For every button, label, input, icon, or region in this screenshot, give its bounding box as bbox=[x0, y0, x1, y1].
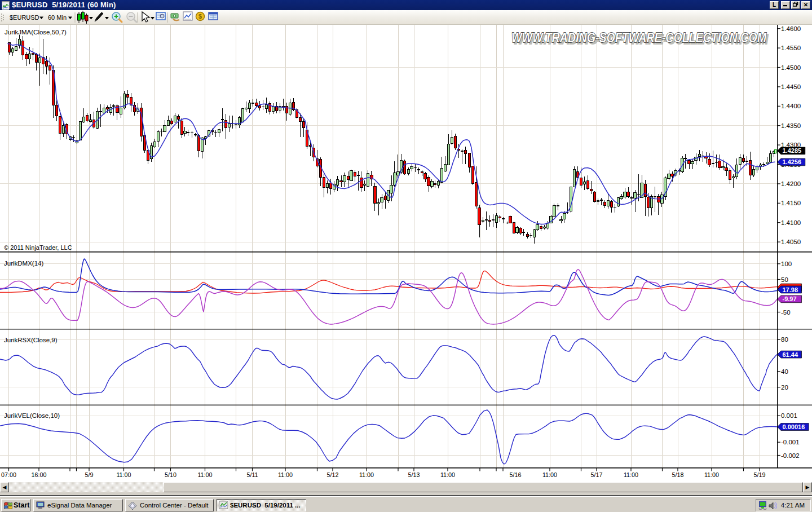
svg-text:61.44: 61.44 bbox=[783, 351, 798, 358]
svg-text:JurikJMA(Close,50,7): JurikJMA(Close,50,7) bbox=[5, 29, 67, 36]
svg-text:1.4550: 1.4550 bbox=[781, 45, 801, 51]
svg-text:JurikVEL(Close,10): JurikVEL(Close,10) bbox=[4, 412, 60, 419]
svg-text:1.4256: 1.4256 bbox=[783, 158, 802, 165]
svg-text:1.4600: 1.4600 bbox=[781, 25, 801, 32]
svg-text:1.4050: 1.4050 bbox=[781, 239, 801, 245]
svg-text:1.4500: 1.4500 bbox=[781, 64, 801, 71]
svg-text:11:00: 11:00 bbox=[440, 471, 455, 478]
svg-text:5/17: 5/17 bbox=[590, 471, 602, 478]
svg-text:40: 40 bbox=[781, 368, 788, 375]
svg-text:1.4350: 1.4350 bbox=[781, 122, 801, 129]
svg-text:-50: -50 bbox=[781, 309, 791, 316]
svg-text:20: 20 bbox=[781, 384, 788, 391]
svg-text:1.4400: 1.4400 bbox=[781, 103, 801, 109]
svg-text:5/18: 5/18 bbox=[672, 471, 683, 478]
svg-text:16:00: 16:00 bbox=[31, 471, 46, 478]
svg-text:-0.002: -0.002 bbox=[781, 452, 800, 459]
svg-text:11:00: 11:00 bbox=[704, 471, 719, 478]
svg-text:1.4100: 1.4100 bbox=[781, 219, 801, 226]
svg-text:JurikDMX(14): JurikDMX(14) bbox=[4, 260, 43, 267]
svg-text:50: 50 bbox=[781, 276, 788, 283]
svg-text:WWW.TRADING-SOFTWARE-COLLECTIO: WWW.TRADING-SOFTWARE-COLLECTION.COM bbox=[511, 30, 767, 45]
svg-text:60 Min: 60 Min bbox=[48, 14, 67, 21]
svg-text:1.4450: 1.4450 bbox=[781, 83, 801, 90]
svg-text:80: 80 bbox=[781, 336, 788, 343]
svg-text:1.4150: 1.4150 bbox=[781, 200, 801, 206]
svg-text:100: 100 bbox=[781, 261, 792, 267]
svg-text:JurikRSX(Close,9): JurikRSX(Close,9) bbox=[4, 337, 58, 343]
svg-text:11:00: 11:00 bbox=[624, 471, 638, 478]
svg-text:$EURUSD: $EURUSD bbox=[10, 14, 39, 21]
svg-text:1.4285: 1.4285 bbox=[783, 147, 802, 154]
svg-text:0.001: 0.001 bbox=[781, 412, 797, 419]
svg-text:5/16: 5/16 bbox=[509, 471, 521, 478]
svg-text:5/13: 5/13 bbox=[408, 471, 420, 478]
svg-text:$: $ bbox=[198, 13, 202, 20]
svg-text:5/12: 5/12 bbox=[326, 471, 338, 478]
svg-text:11:00: 11:00 bbox=[278, 471, 293, 478]
svg-text:-9.97: -9.97 bbox=[783, 295, 797, 302]
svg-text:11:00: 11:00 bbox=[116, 471, 131, 478]
svg-text:17.98: 17.98 bbox=[783, 286, 798, 293]
svg-text:11:00: 11:00 bbox=[542, 471, 557, 478]
svg-text:-0.001: -0.001 bbox=[781, 439, 800, 445]
svg-text:5/10: 5/10 bbox=[165, 471, 176, 478]
svg-text:11:00: 11:00 bbox=[197, 471, 212, 478]
svg-text:0.00016: 0.00016 bbox=[783, 423, 805, 430]
svg-text:5/19: 5/19 bbox=[753, 471, 765, 478]
svg-text:© 2011 NinjaTrader, LLC: © 2011 NinjaTrader, LLC bbox=[4, 244, 72, 251]
svg-text:5/9: 5/9 bbox=[85, 471, 93, 478]
svg-text:07:00: 07:00 bbox=[1, 471, 16, 478]
svg-text:1.4200: 1.4200 bbox=[781, 180, 801, 187]
svg-text:5/11: 5/11 bbox=[246, 471, 258, 478]
svg-text:11:00: 11:00 bbox=[359, 471, 374, 478]
